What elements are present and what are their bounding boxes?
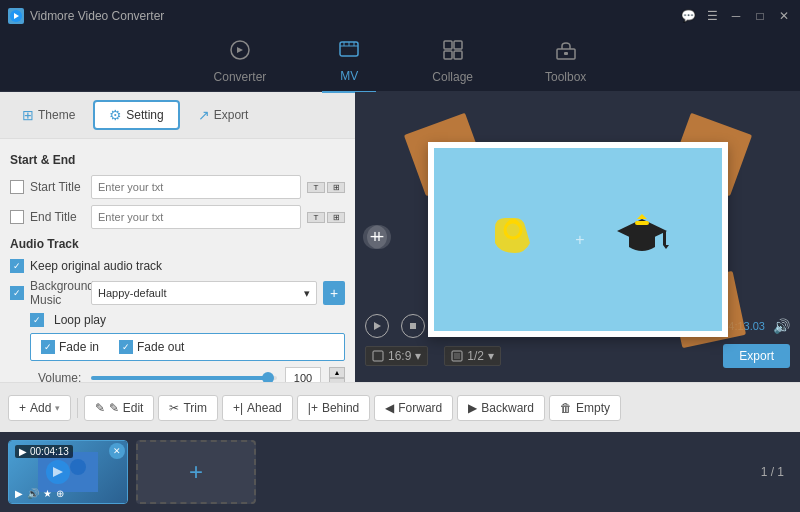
fade-in-label: Fade in <box>59 340 99 354</box>
fade-options-box: ✓ Fade in ✓ Fade out <box>30 333 345 361</box>
mv-icon <box>338 38 360 65</box>
fade-in-checkbox[interactable]: ✓ <box>41 340 55 354</box>
tab-toolbox[interactable]: Toolbox <box>529 31 602 92</box>
volume-up-btn[interactable]: ▲ <box>329 367 345 378</box>
page-indicator: 1 / 1 <box>761 465 784 479</box>
trim-icon: ✂ <box>169 401 179 415</box>
empty-label: Empty <box>576 401 610 415</box>
ahead-btn[interactable]: +| Ahead <box>222 395 293 421</box>
page-arrow: ▾ <box>488 349 494 363</box>
aspect-ratio-select[interactable]: 16:9 ▾ <box>365 346 428 366</box>
right-panel: + + <box>355 92 800 382</box>
tab-mv-label: MV <box>340 69 358 83</box>
message-btn[interactable]: 💬 <box>680 8 696 24</box>
timeline-add-btn[interactable]: + <box>136 440 256 504</box>
bg-music-checkbox[interactable]: ✓ <box>10 286 24 300</box>
forward-label: Forward <box>398 401 442 415</box>
subtab-theme-label: Theme <box>38 108 75 122</box>
start-title-input[interactable] <box>91 175 301 199</box>
close-btn[interactable]: ✕ <box>776 8 792 24</box>
subtab-export-label: Export <box>214 108 249 122</box>
edit-icon: ✎ <box>95 401 105 415</box>
tab-collage[interactable]: Collage <box>416 31 489 92</box>
audio-section: Audio Track ✓ Keep original audio track … <box>10 237 345 382</box>
timeline-close-btn[interactable]: ✕ <box>109 443 125 459</box>
start-end-title: Start & End <box>10 153 345 167</box>
tab-toolbox-label: Toolbox <box>545 70 586 84</box>
start-title-checkbox[interactable] <box>10 180 24 194</box>
trim-label: Trim <box>183 401 207 415</box>
timeline-add-icon: + <box>189 458 203 486</box>
svg-rect-5 <box>454 41 462 49</box>
add-right-btn[interactable]: + <box>367 225 391 249</box>
end-title-input[interactable] <box>91 205 301 229</box>
menu-btn[interactable]: ☰ <box>704 8 720 24</box>
end-title-format-btn[interactable]: T <box>307 212 325 223</box>
svg-marker-13 <box>663 245 669 249</box>
preview-frame: + <box>428 142 728 337</box>
timeline-star-icon: ★ <box>43 488 52 499</box>
aspect-controls: 16:9 ▾ 1/2 ▾ <box>365 346 501 366</box>
export-button[interactable]: Export <box>723 344 790 368</box>
sub-tabs: ⊞ Theme ⚙ Setting ↗ Export <box>0 92 355 139</box>
loop-play-row: ✓ Loop play <box>10 313 345 327</box>
add-arrow: ▾ <box>55 403 60 413</box>
volume-down-btn[interactable]: ▼ <box>329 378 345 382</box>
bg-music-value: Happy-default <box>98 287 167 299</box>
start-title-align-btn[interactable]: ⊞ <box>327 182 345 193</box>
maximize-btn[interactable]: □ <box>752 8 768 24</box>
svg-rect-4 <box>444 41 452 49</box>
timeline-audio-icon: 🔊 <box>27 488 39 499</box>
loop-play-checkbox[interactable]: ✓ <box>30 313 44 327</box>
timeline: ▶ 00:04:13 ✕ ▶ 🔊 ★ ⊕ + 1 / 1 <box>0 432 800 512</box>
behind-btn[interactable]: |+ Behind <box>297 395 371 421</box>
edit-btn[interactable]: ✎ ✎ Edit <box>84 395 154 421</box>
backward-btn[interactable]: ▶ Backward <box>457 395 545 421</box>
fade-out-checkbox[interactable]: ✓ <box>119 340 133 354</box>
empty-btn[interactable]: 🗑 Empty <box>549 395 621 421</box>
end-title-align-btn[interactable]: ⊞ <box>327 212 345 223</box>
preview-container: + <box>408 127 748 347</box>
timeline-crop-icon: ⊕ <box>56 488 64 499</box>
volume-slider[interactable] <box>91 376 277 380</box>
forward-btn[interactable]: ◀ Forward <box>374 395 453 421</box>
ahead-icon: +| <box>233 401 243 415</box>
subtab-setting[interactable]: ⚙ Setting <box>93 100 179 130</box>
play-btn[interactable] <box>365 314 389 338</box>
timeline-controls: ▶ 🔊 ★ ⊕ <box>15 488 64 499</box>
add-btn[interactable]: + Add ▾ <box>8 395 71 421</box>
volume-icon[interactable]: 🔊 <box>773 318 790 334</box>
volume-row: Volume: 100 ▲ ▼ <box>38 367 345 382</box>
subtab-theme[interactable]: ⊞ Theme <box>8 102 89 128</box>
end-title-checkbox[interactable] <box>10 210 24 224</box>
aspect-bar: 16:9 ▾ 1/2 ▾ Export <box>355 340 800 372</box>
add-music-btn[interactable]: + <box>323 281 345 305</box>
bg-music-select[interactable]: Happy-default ▾ <box>91 281 317 305</box>
tab-mv[interactable]: MV <box>322 30 376 93</box>
minimize-btn[interactable]: ─ <box>728 8 744 24</box>
volume-label: Volume: <box>38 371 83 382</box>
start-title-format-btn[interactable]: T <box>307 182 325 193</box>
fade-out-label: Fade out <box>137 340 184 354</box>
stop-btn[interactable] <box>401 314 425 338</box>
toolbox-icon <box>555 39 577 66</box>
trim-btn[interactable]: ✂ Trim <box>158 395 218 421</box>
titlebar: Vidmore Video Converter 💬 ☰ ─ □ ✕ <box>0 0 800 32</box>
loop-play-label: Loop play <box>54 313 106 327</box>
behind-icon: |+ <box>308 401 318 415</box>
edit-label: ✎ Edit <box>109 401 143 415</box>
page-select[interactable]: 1/2 ▾ <box>444 346 501 366</box>
timeline-item[interactable]: ▶ 00:04:13 ✕ ▶ 🔊 ★ ⊕ <box>8 440 128 504</box>
volume-thumb[interactable] <box>262 372 274 382</box>
window-controls: 💬 ☰ ─ □ ✕ <box>680 8 792 24</box>
subtab-export[interactable]: ↗ Export <box>184 102 263 128</box>
svg-point-22 <box>70 459 86 475</box>
start-title-btns: T ⊞ <box>307 182 345 193</box>
volume-fill <box>91 376 268 380</box>
tab-converter[interactable]: Converter <box>198 31 283 92</box>
timeline-play-icon: ▶ <box>15 488 23 499</box>
keep-original-checkbox[interactable]: ✓ <box>10 259 24 273</box>
tab-converter-label: Converter <box>214 70 267 84</box>
add-label: Add <box>30 401 51 415</box>
keep-original-label: Keep original audio track <box>30 259 162 273</box>
